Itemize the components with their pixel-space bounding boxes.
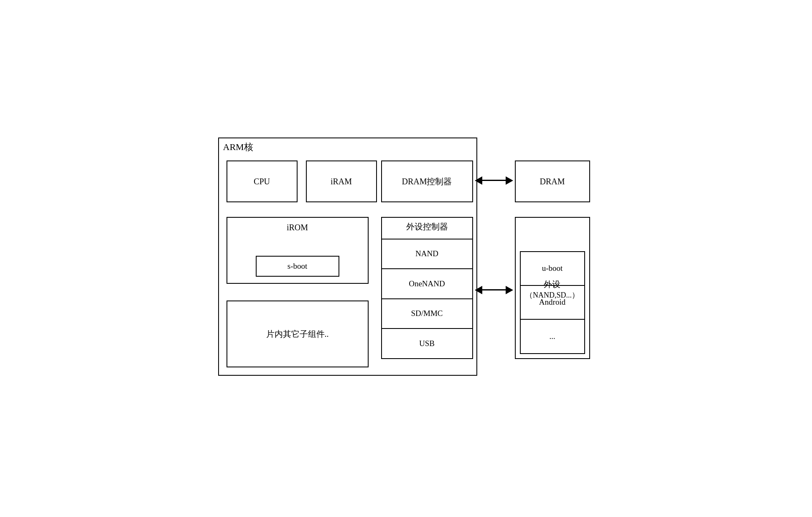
peripheral-controller-label: 外设控制器 xyxy=(382,221,472,232)
arrow-shaft xyxy=(482,180,506,181)
sdmmc-row: SD/MMC xyxy=(382,298,472,329)
arm-core-label: ARM核 xyxy=(223,141,253,153)
android-row: Android xyxy=(521,285,584,319)
peripheral-rows: NAND OneNAND SD/MMC USB xyxy=(382,239,472,358)
cpu-label: CPU xyxy=(254,176,270,187)
external-peripheral-box: 外设 （NAND,SD...） u-boot Android ... xyxy=(515,217,590,359)
irom-label: iROM xyxy=(227,223,368,232)
periph-arrow-shaft xyxy=(482,289,506,290)
periph-double-arrow xyxy=(475,286,513,294)
sboot-box: s-boot xyxy=(256,256,339,277)
onenand-label: OneNAND xyxy=(409,279,445,288)
periph-arrow xyxy=(474,284,514,296)
subcomponent-box: 片内其它子组件.. xyxy=(227,301,369,367)
peripheral-controller-box: 外设控制器 NAND OneNAND SD/MMC USB xyxy=(381,217,473,359)
dram-arrow xyxy=(474,174,514,187)
uboot-label: u-boot xyxy=(542,264,563,273)
iram-label: iRAM xyxy=(331,176,352,187)
dram-double-arrow xyxy=(475,176,513,185)
dram-controller-label: DRAM控制器 xyxy=(402,176,452,187)
arrow-left-head xyxy=(475,176,482,185)
dram-label: DRAM xyxy=(540,176,565,187)
periph-arrow-right-head xyxy=(506,286,513,294)
subcomponent-label: 片内其它子组件.. xyxy=(266,328,329,340)
onenand-row: OneNAND xyxy=(382,268,472,298)
dram-controller-box: DRAM控制器 xyxy=(381,160,473,202)
dram-box: DRAM xyxy=(515,160,590,202)
ellipsis-label: ... xyxy=(549,332,555,341)
ext-periph-rows: u-boot Android ... xyxy=(520,251,585,354)
cpu-box: CPU xyxy=(227,160,298,202)
periph-arrow-left-head xyxy=(475,286,482,294)
usb-label: USB xyxy=(419,339,435,348)
irom-box: iROM s-boot xyxy=(227,217,369,284)
arrow-right-head xyxy=(506,176,513,185)
sdmmc-label: SD/MMC xyxy=(411,309,443,318)
uboot-row: u-boot xyxy=(521,252,584,285)
architecture-diagram: ARM核 CPU iRAM DRAM控制器 DRAM iROM s-boot 外… xyxy=(218,138,594,380)
android-label: Android xyxy=(539,298,565,307)
nand-row: NAND xyxy=(382,239,472,269)
sboot-label: s-boot xyxy=(288,262,308,271)
usb-row: USB xyxy=(382,328,472,358)
ellipsis-row: ... xyxy=(521,319,584,353)
iram-box: iRAM xyxy=(306,160,377,202)
nand-label: NAND xyxy=(415,249,438,258)
